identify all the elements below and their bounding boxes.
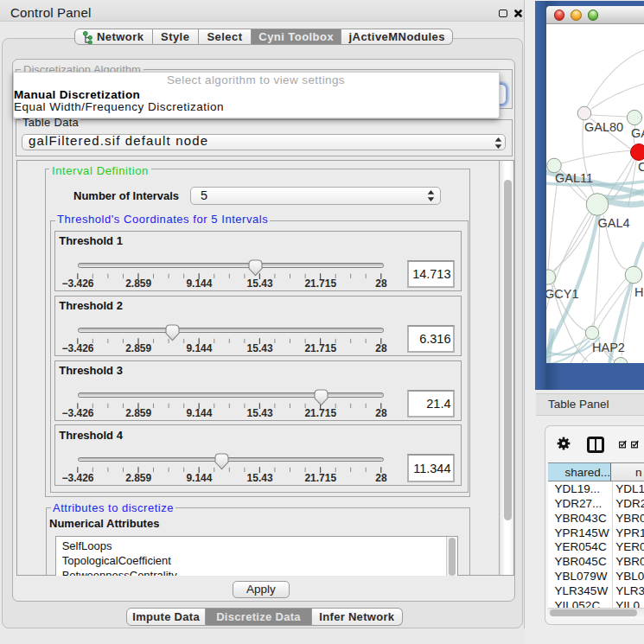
svg-text:GCY1: GCY1: [546, 287, 579, 301]
svg-text:GAL80: GAL80: [584, 120, 623, 134]
svg-text:HAP2: HAP2: [592, 341, 625, 354]
svg-text:GAL4: GAL4: [598, 216, 630, 230]
svg-text:GAL11: GAL11: [555, 171, 593, 185]
svg-text:GA: GA: [631, 126, 644, 140]
svg-text:H: H: [634, 285, 643, 299]
svg-text:C: C: [638, 160, 644, 174]
